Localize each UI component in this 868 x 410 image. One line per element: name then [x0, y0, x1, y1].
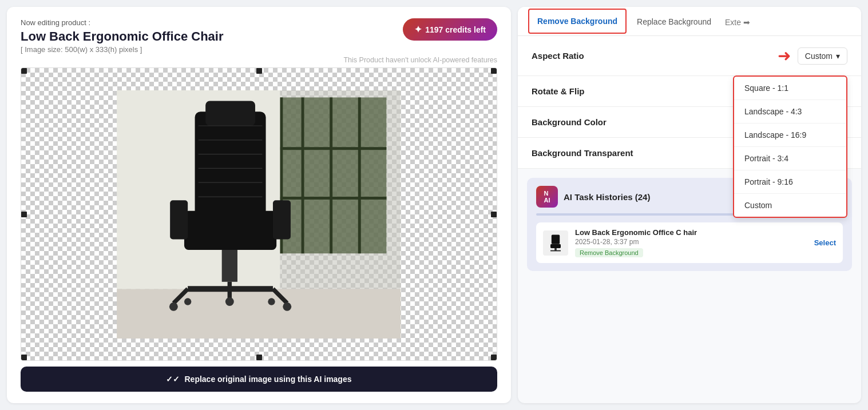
- right-panel: Remove Background Replace Background Ext…: [518, 7, 861, 403]
- history-thumb-icon: [545, 233, 566, 253]
- history-thumb: [543, 230, 568, 256]
- dropdown-item-landscape-169[interactable]: Landscape - 16:9: [734, 124, 846, 147]
- handle-top-right[interactable]: [491, 68, 497, 74]
- ai-logo: NAI: [536, 186, 558, 208]
- svg-point-23: [184, 298, 191, 305]
- product-title: Low Back Ergonomic Office Chair: [21, 29, 224, 44]
- rotate-flip-label: Rotate & Flip: [532, 86, 585, 96]
- history-info: Low Back Ergonomic Office C hair 2025-01…: [575, 228, 807, 257]
- svg-point-22: [225, 297, 234, 306]
- aspect-ratio-dropdown[interactable]: Custom ▾: [798, 47, 847, 65]
- credits-label: 1197 credits left: [425, 25, 486, 34]
- tabs-row: Remove Background Replace Background Ext…: [518, 7, 861, 36]
- editing-label: Now editing product :: [21, 18, 224, 27]
- tab-remove-background[interactable]: Remove Background: [528, 9, 627, 34]
- tab-replace-label: Replace Background: [637, 17, 711, 26]
- history-item: Low Back Ergonomic Office C hair 2025-01…: [536, 222, 843, 263]
- background-color-label: Background Color: [532, 117, 607, 127]
- left-panel: Now editing product : Low Back Ergonomic…: [7, 7, 511, 403]
- handle-middle-right[interactable]: [491, 212, 497, 217]
- ai-notice: This Product haven't unlock AI-powered f…: [21, 56, 497, 64]
- image-area: [21, 67, 497, 361]
- ai-histories-title: AI Task Histories (24): [564, 192, 650, 202]
- replace-original-button[interactable]: ✓✓ Replace original image using this AI …: [21, 367, 497, 392]
- background-transparent-label: Background Transparent: [532, 148, 633, 158]
- star-icon: ✦: [414, 24, 422, 35]
- svg-point-21: [283, 302, 292, 311]
- history-date: 2025-01-28, 3:37 pm: [575, 238, 807, 246]
- tab-remove-label: Remove Background: [537, 17, 617, 26]
- svg-point-24: [268, 298, 275, 305]
- svg-rect-3: [302, 97, 304, 253]
- ai-logo-text: NAI: [544, 190, 550, 204]
- handle-bottom-middle[interactable]: [256, 355, 262, 360]
- chevron-down-icon: ▾: [836, 51, 840, 61]
- handle-top-left[interactable]: [21, 68, 27, 74]
- select-button[interactable]: Select: [814, 238, 836, 247]
- svg-rect-4: [330, 97, 333, 253]
- dropdown-item-portrait-34[interactable]: Portrait - 3:4: [734, 147, 846, 170]
- svg-rect-14: [273, 200, 291, 239]
- svg-rect-8: [117, 289, 401, 339]
- dropdown-item-custom[interactable]: Custom: [734, 194, 846, 217]
- svg-rect-5: [358, 97, 361, 253]
- svg-rect-6: [273, 147, 386, 150]
- credits-button[interactable]: ✦ 1197 credits left: [403, 18, 497, 41]
- right-content: Aspect Ratio ➜ Custom ▾ Square - 1:1 Lan…: [518, 36, 861, 403]
- svg-rect-7: [273, 197, 386, 200]
- tab-extend-label: Exte: [725, 18, 741, 27]
- svg-rect-31: [552, 234, 560, 244]
- svg-rect-13: [170, 200, 188, 239]
- aspect-ratio-value: Custom: [805, 51, 833, 61]
- svg-point-20: [169, 302, 178, 311]
- history-title: Low Back Ergonomic Office C hair: [575, 228, 807, 237]
- replace-btn-label: Replace original image using this AI ima…: [184, 375, 351, 384]
- image-size: [ Image size: 500(w) x 333(h) pixels ]: [21, 45, 224, 54]
- arrow-right-circle-icon: ➡: [743, 18, 750, 27]
- tab-replace-background[interactable]: Replace Background: [628, 7, 720, 36]
- product-info: Now editing product : Low Back Ergonomic…: [21, 18, 224, 54]
- header-row: Now editing product : Low Back Ergonomic…: [21, 18, 497, 54]
- handle-bottom-left[interactable]: [21, 355, 27, 360]
- chair-image-wrapper: [21, 68, 497, 360]
- ai-histories-title-row: NAI AI Task Histories (24): [536, 186, 650, 208]
- svg-rect-15: [222, 250, 237, 282]
- handle-bottom-right[interactable]: [491, 355, 497, 360]
- history-tag: Remove Background: [575, 248, 643, 257]
- svg-rect-12: [184, 210, 276, 249]
- chair-svg: [57, 90, 461, 339]
- handle-top-middle[interactable]: [256, 68, 262, 74]
- svg-rect-32: [550, 244, 561, 248]
- handle-middle-left[interactable]: [21, 212, 27, 217]
- svg-rect-11: [205, 101, 255, 125]
- svg-rect-10: [195, 112, 266, 218]
- dropdown-item-portrait-916[interactable]: Portrait - 9:16: [734, 170, 846, 194]
- aspect-ratio-label: Aspect Ratio: [532, 51, 584, 61]
- checkmark-icon: ✓✓: [166, 375, 180, 384]
- dropdown-item-square[interactable]: Square - 1:1: [734, 77, 846, 100]
- aspect-ratio-dropdown-menu: Square - 1:1 Landscape - 4:3 Landscape -…: [733, 75, 847, 218]
- dropdown-item-landscape-43[interactable]: Landscape - 4:3: [734, 100, 846, 124]
- tab-extend[interactable]: Exte ➡: [720, 7, 755, 35]
- red-arrow-icon: ➜: [778, 46, 791, 65]
- aspect-ratio-row: Aspect Ratio ➜ Custom ▾ Square - 1:1 Lan…: [518, 36, 861, 76]
